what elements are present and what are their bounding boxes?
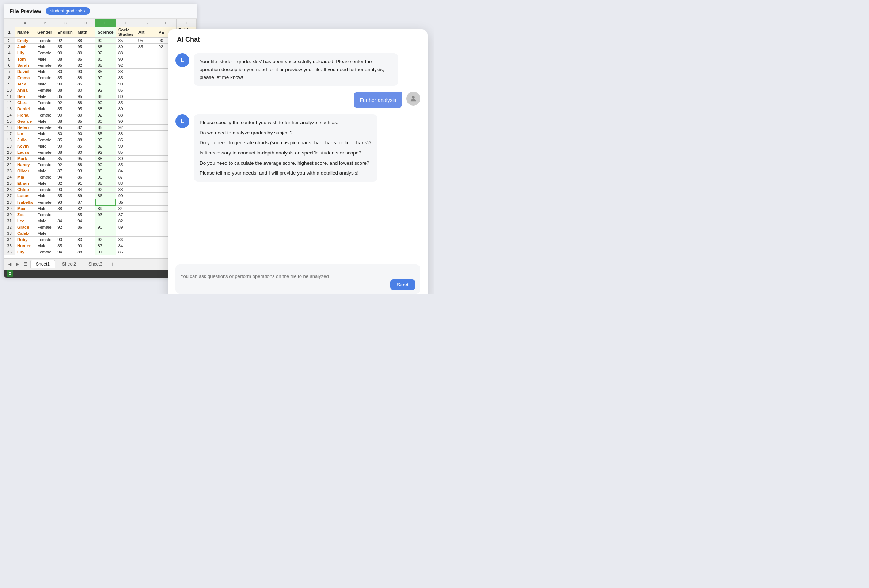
cell-name[interactable]: Jack [15, 44, 35, 50]
cell-social[interactable]: 84 [116, 205, 136, 212]
cell-math[interactable]: 80 [75, 112, 95, 118]
cell-art[interactable] [136, 218, 156, 224]
cell-english[interactable]: 90 [55, 81, 75, 87]
cell-social[interactable]: 85 [116, 150, 136, 156]
cell-math[interactable]: 95 [75, 156, 95, 162]
cell-art[interactable] [136, 81, 156, 87]
cell-social[interactable]: 86 [116, 237, 136, 243]
cell-math[interactable]: 88 [75, 162, 95, 168]
cell-art[interactable] [136, 168, 156, 174]
col-header-g[interactable]: G [136, 19, 156, 27]
cell-math[interactable]: 85 [75, 56, 95, 62]
cell-art[interactable] [136, 69, 156, 75]
cell-social[interactable]: 92 [116, 62, 136, 69]
col-header-j[interactable]: J [196, 19, 197, 27]
cell-art[interactable] [136, 237, 156, 243]
cell-name[interactable]: Caleb [15, 230, 35, 237]
cell-name[interactable]: Lucas [15, 193, 35, 199]
cell-name[interactable]: Ian [15, 131, 35, 137]
cell-science[interactable]: 82 [95, 81, 116, 87]
cell-name[interactable]: Emily [15, 38, 35, 44]
cell-gender[interactable]: Male [35, 193, 55, 199]
cell-science[interactable]: 90 [95, 174, 116, 181]
cell-art[interactable] [136, 249, 156, 255]
cell-english[interactable]: 92 [55, 100, 75, 106]
cell-e1[interactable]: Science [95, 27, 116, 38]
cell-social[interactable]: 87 [116, 174, 136, 181]
cell-gender[interactable]: Female [35, 174, 55, 181]
cell-social[interactable]: 88 [116, 187, 136, 193]
cell-science[interactable]: 80 [95, 56, 116, 62]
cell-science[interactable] [95, 230, 116, 237]
cell-gender[interactable]: Female [35, 249, 55, 255]
cell-english[interactable]: 85 [55, 193, 75, 199]
cell-social[interactable]: 85 [116, 199, 136, 205]
cell-science[interactable]: 85 [95, 69, 116, 75]
cell-social[interactable]: 85 [116, 87, 136, 93]
cell-name[interactable]: Daniel [15, 106, 35, 112]
cell-math[interactable]: 82 [75, 124, 95, 131]
cell-english[interactable]: 80 [55, 131, 75, 137]
cell-name[interactable]: Lily [15, 249, 35, 255]
cell-d1[interactable]: Math [75, 27, 95, 38]
cell-gender[interactable]: Female [35, 199, 55, 205]
cell-science[interactable]: 86 [95, 193, 116, 199]
cell-name[interactable]: Emma [15, 75, 35, 81]
cell-a1[interactable]: Name [15, 27, 35, 38]
cell-gender[interactable]: Female [35, 224, 55, 230]
cell-math[interactable]: 93 [75, 168, 95, 174]
cell-gender[interactable]: Male [35, 56, 55, 62]
col-header-f[interactable]: F [116, 19, 136, 27]
cell-math[interactable]: 85 [75, 143, 95, 150]
cell-english[interactable]: 85 [55, 156, 75, 162]
cell-art[interactable] [136, 181, 156, 187]
cell-science[interactable]: 91 [95, 249, 116, 255]
cell-gender[interactable]: Male [35, 168, 55, 174]
cell-english[interactable]: 95 [55, 62, 75, 69]
col-header-a[interactable]: A [15, 19, 35, 27]
cell-math[interactable]: 86 [75, 174, 95, 181]
cell-english[interactable]: 80 [55, 69, 75, 75]
cell-math[interactable]: 88 [75, 75, 95, 81]
cell-gender[interactable]: Female [35, 237, 55, 243]
cell-social[interactable]: 88 [116, 50, 136, 56]
cell-social[interactable]: 82 [116, 218, 136, 224]
cell-science[interactable] [95, 199, 116, 205]
cell-art[interactable] [136, 150, 156, 156]
cell-science[interactable]: 88 [95, 93, 116, 100]
cell-art[interactable] [136, 224, 156, 230]
cell-math[interactable]: 82 [75, 205, 95, 212]
cell-english[interactable]: 95 [55, 124, 75, 131]
cell-social[interactable]: 90 [116, 193, 136, 199]
cell-gender[interactable]: Female [35, 162, 55, 168]
sheet-nav-prev[interactable]: ◀ [7, 261, 13, 267]
cell-english[interactable]: 90 [55, 187, 75, 193]
cell-gender[interactable]: Female [35, 212, 55, 218]
cell-social[interactable]: 85 [116, 100, 136, 106]
cell-science[interactable]: 88 [95, 156, 116, 162]
cell-gender[interactable]: Female [35, 75, 55, 81]
cell-science[interactable]: 89 [95, 205, 116, 212]
col-header-d[interactable]: D [75, 19, 95, 27]
cell-science[interactable]: 85 [95, 131, 116, 137]
cell-science[interactable]: 92 [95, 87, 116, 93]
cell-social[interactable]: 90 [116, 81, 136, 87]
cell-math[interactable]: 84 [75, 187, 95, 193]
cell-art[interactable]: 95 [136, 38, 156, 44]
cell-science[interactable]: 90 [95, 162, 116, 168]
cell-science[interactable]: 92 [95, 150, 116, 156]
cell-social[interactable]: 85 [116, 75, 136, 81]
cell-name[interactable]: Nancy [15, 162, 35, 168]
cell-math[interactable]: 85 [75, 81, 95, 87]
cell-social[interactable]: 88 [116, 69, 136, 75]
cell-english[interactable]: 88 [55, 118, 75, 124]
cell-social[interactable]: 88 [116, 112, 136, 118]
cell-art[interactable] [136, 100, 156, 106]
cell-art[interactable] [136, 56, 156, 62]
cell-art[interactable] [136, 162, 156, 168]
cell-math[interactable]: 91 [75, 181, 95, 187]
cell-math[interactable]: 88 [75, 38, 95, 44]
cell-art[interactable] [136, 137, 156, 143]
cell-math[interactable]: 95 [75, 106, 95, 112]
chat-input[interactable] [181, 274, 387, 290]
